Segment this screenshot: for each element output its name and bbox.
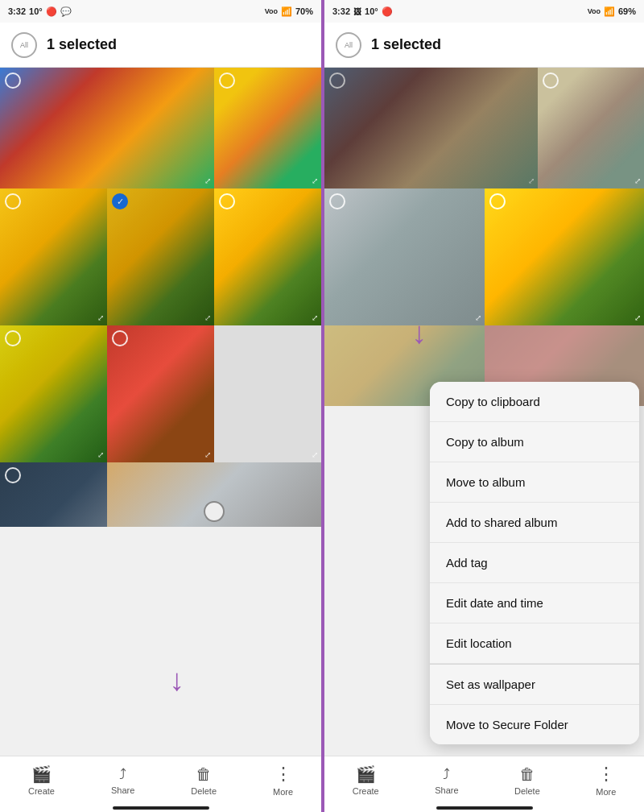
left-photo-5[interactable]: ⤢ [214, 188, 321, 325]
right-expand-2: ⤢ [634, 176, 641, 185]
menu-edit-date[interactable]: Edit date and time [430, 583, 639, 624]
left-expand-1: ⤢ [204, 176, 211, 185]
right-arrow: ↓ [411, 317, 427, 348]
menu-add-shared[interactable]: Add to shared album [430, 503, 639, 543]
left-all-label: All [20, 41, 28, 49]
right-nav-indicator [436, 806, 533, 810]
left-photo-7[interactable]: ⤢ [107, 325, 214, 462]
context-menu: Copy to clipboard Copy to album Move to … [430, 382, 639, 744]
right-select-3[interactable] [329, 193, 345, 209]
left-expand-6: ⤢ [97, 450, 104, 459]
left-select-5[interactable] [219, 193, 235, 209]
left-bottom-nav: 🎬 Create ⤴ Share 🗑 Delete ⋮ More [0, 756, 321, 804]
right-delete-icon: 🗑 [519, 765, 535, 784]
right-nav-delete[interactable]: 🗑 Delete [514, 765, 540, 796]
left-time: 3:32 [8, 6, 26, 16]
right-all-button[interactable]: All [336, 32, 361, 58]
left-signal-icon: Voo [265, 7, 278, 15]
left-expand-7: ⤢ [204, 450, 211, 459]
left-select-6[interactable] [5, 330, 21, 346]
right-more-icon: ⋮ [597, 764, 615, 785]
left-share-label: Share [111, 785, 134, 795]
left-delete-label: Delete [191, 786, 217, 796]
right-all-label: All [345, 41, 353, 49]
right-gallery-icon: 🖼 [353, 7, 361, 16]
left-nav-more[interactable]: ⋮ More [273, 764, 293, 797]
left-more-label: More [273, 787, 293, 797]
right-photo-1[interactable]: ⤢ [324, 68, 538, 188]
left-header: All 1 selected [0, 23, 321, 68]
right-select-2[interactable] [543, 72, 559, 89]
left-status-bar: 3:32 10° 🔴 💬 Voo 📶 70% [0, 0, 321, 23]
menu-copy-clipboard[interactable]: Copy to clipboard [430, 382, 639, 422]
right-expand-1: ⤢ [528, 176, 535, 185]
right-photo-3[interactable]: ⤢ [324, 188, 485, 325]
left-photo-grid: ⤢ ⤢ ⤢ ⤢ ⤢ ⤢ [0, 68, 321, 756]
left-expand-2: ⤢ [312, 176, 318, 185]
right-photo-2[interactable]: ⤢ [538, 68, 644, 188]
left-bottom-bar [0, 804, 321, 812]
right-status-bar: 3:32 🖼 10° 🔴 Voo 📶 69% [324, 0, 644, 23]
left-photo-9[interactable] [0, 462, 107, 527]
left-expand-5: ⤢ [312, 313, 318, 322]
left-photo-2[interactable]: ⤢ [214, 68, 321, 188]
right-wifi-icon: 📶 [604, 6, 615, 17]
right-notification-icon: 🔴 [382, 6, 393, 17]
left-select-2[interactable] [219, 72, 235, 89]
left-select-3[interactable] [5, 193, 21, 209]
left-select-4[interactable] [112, 193, 128, 209]
right-photo-4[interactable]: ⤢ [485, 188, 645, 325]
left-photo-10[interactable] [107, 462, 321, 527]
left-nav-share[interactable]: ⤴ Share [111, 766, 134, 795]
right-temp: 10° [365, 6, 378, 16]
left-photo-8[interactable]: ⤢ [214, 325, 321, 462]
menu-copy-album[interactable]: Copy to album [430, 422, 639, 462]
menu-move-album[interactable]: Move to album [430, 462, 639, 503]
right-create-icon: 🎬 [356, 764, 376, 784]
left-delete-icon: 🗑 [196, 765, 212, 784]
right-more-label: More [596, 787, 616, 797]
left-photo-6[interactable]: ⤢ [0, 325, 107, 462]
left-select-7[interactable] [112, 330, 128, 346]
right-time: 3:32 [332, 6, 350, 16]
right-select-1[interactable] [329, 72, 345, 89]
left-photo-4[interactable]: ⤢ [107, 188, 214, 325]
left-create-icon: 🎬 [31, 764, 52, 784]
left-all-button[interactable]: All [11, 32, 37, 58]
right-share-icon: ⤴ [443, 766, 450, 783]
left-photo-1[interactable]: ⤢ [0, 68, 214, 188]
right-expand-4: ⤢ [634, 313, 641, 322]
right-nav-create[interactable]: 🎬 Create [353, 764, 379, 796]
left-wifi-icon: 📶 [281, 6, 292, 17]
left-selected-text: 1 selected [47, 36, 117, 53]
menu-add-tag[interactable]: Add tag [430, 543, 639, 583]
right-nav-more[interactable]: ⋮ More [596, 764, 616, 797]
menu-set-wallpaper[interactable]: Set as wallpaper [430, 664, 639, 705]
right-create-label: Create [353, 786, 379, 796]
left-phone-panel: 3:32 10° 🔴 💬 Voo 📶 70% All 1 selected ⤢ [0, 0, 321, 812]
right-signal-icon: Voo [588, 7, 601, 15]
left-notification-icon: 🔴 [46, 6, 57, 17]
left-nav-create[interactable]: 🎬 Create [28, 764, 55, 796]
menu-secure-folder[interactable]: Move to Secure Folder [430, 705, 639, 744]
left-share-icon: ⤴ [119, 766, 126, 783]
left-nav-indicator [113, 806, 209, 810]
left-arrow: ↓ [169, 665, 184, 695]
right-selected-text: 1 selected [371, 36, 441, 53]
left-select-1[interactable] [5, 72, 21, 89]
right-select-4[interactable] [489, 193, 506, 209]
right-delete-label: Delete [514, 786, 540, 796]
left-temp: 10° [29, 6, 43, 16]
right-share-label: Share [435, 785, 458, 795]
left-select-9[interactable] [5, 467, 21, 483]
left-nav-delete[interactable]: 🗑 Delete [191, 765, 217, 796]
left-expand-8: ⤢ [312, 450, 318, 459]
menu-edit-location[interactable]: Edit location [430, 624, 639, 664]
left-more-icon: ⋮ [275, 764, 292, 785]
left-photo-3[interactable]: ⤢ [0, 188, 107, 325]
left-create-label: Create [28, 786, 55, 796]
right-photo-grid: ⤢ ⤢ ⤢ ⤢ ↓ Copy to clipboard [324, 68, 644, 756]
right-nav-share[interactable]: ⤴ Share [435, 766, 458, 795]
left-expand-3: ⤢ [97, 313, 104, 322]
right-bottom-nav: 🎬 Create ⤴ Share 🗑 Delete ⋮ More [324, 756, 644, 804]
